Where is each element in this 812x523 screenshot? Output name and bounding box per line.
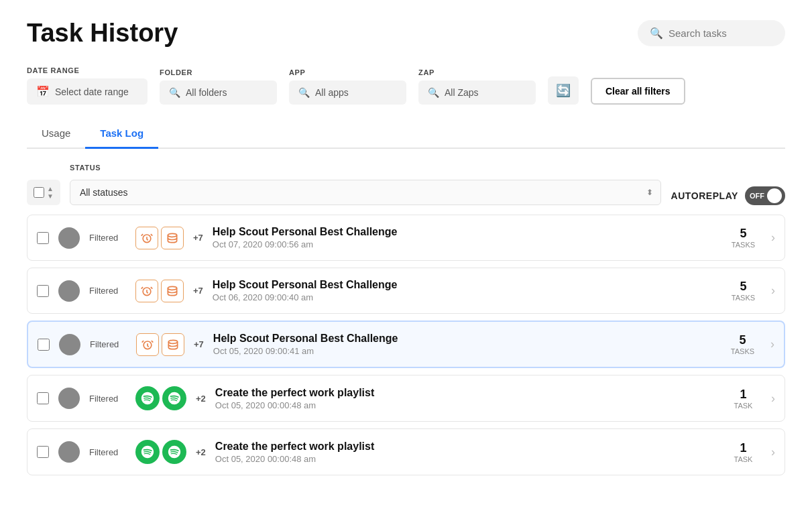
task-name: Create the perfect work playlist [215, 441, 715, 453]
task-count-number: 1 [725, 388, 762, 402]
status-tag: Filtered [89, 233, 126, 243]
clear-filters-button[interactable]: Clear all filters [591, 78, 685, 105]
tab-task-log[interactable]: Task Log [85, 121, 158, 149]
zap-label: ZAP [418, 68, 536, 76]
task-row[interactable]: Filtered+7Help Scout Personal Best Chall… [27, 268, 785, 314]
task-info: Create the perfect work playlistOct 05, … [215, 441, 715, 464]
zap-input[interactable]: 🔍 All Zaps [418, 80, 536, 105]
task-count: 5TASKS [725, 280, 762, 302]
task-date: Oct 07, 2020 09:00:56 am [213, 239, 715, 249]
status-select-wrap: All statuses ⬍ [70, 180, 662, 205]
refresh-icon: 🔄 [556, 83, 571, 98]
row-checkbox[interactable] [37, 446, 49, 458]
app-value: All apps [315, 87, 349, 98]
app-filter: APP 🔍 All apps [289, 68, 406, 105]
chevron-right-icon: › [771, 284, 775, 298]
app-icons [135, 280, 184, 302]
filter-icon [58, 280, 80, 302]
chevron-right-icon: › [770, 337, 774, 351]
filter-icon [58, 227, 80, 249]
filter-icon [58, 388, 80, 409]
spotify-icon [135, 386, 160, 410]
task-date: Oct 05, 2020 09:00:41 am [213, 346, 715, 356]
spotify-icon [135, 440, 160, 464]
sort-arrows: ▲ ▼ [47, 185, 54, 200]
alarm-icon [135, 280, 158, 302]
task-row[interactable]: Filtered+2Create the perfect work playli… [27, 428, 785, 475]
task-count-label: TASK [725, 402, 762, 410]
app-icons [135, 386, 186, 410]
calendar-icon: 📅 [36, 85, 50, 98]
database-icon [162, 333, 184, 356]
chevron-right-icon: › [771, 392, 775, 406]
row-checkbox[interactable] [37, 232, 49, 244]
toggle-knob [767, 188, 782, 203]
task-count-label: TASKS [725, 294, 762, 302]
task-count: 1TASK [725, 441, 762, 463]
task-date: Oct 06, 2020 09:00:40 am [213, 292, 715, 302]
task-count: 5TASKS [725, 227, 762, 249]
autoreplay-wrap: AUTOREPLAY OFF [671, 186, 785, 205]
task-info: Help Scout Personal Best ChallengeOct 06… [213, 279, 715, 302]
plus-badge: +2 [196, 447, 206, 457]
app-icons [136, 333, 184, 356]
select-all-check[interactable] [34, 187, 44, 198]
folder-value: All folders [186, 87, 227, 98]
task-count: 5TASKS [724, 333, 761, 355]
row-checkbox[interactable] [37, 285, 49, 297]
task-row[interactable]: Filtered+2Create the perfect work playli… [27, 375, 785, 422]
task-row[interactable]: Filtered+7Help Scout Personal Best Chall… [27, 215, 785, 261]
status-tag: Filtered [89, 447, 126, 457]
autoreplay-toggle[interactable]: OFF [745, 186, 785, 205]
search-input[interactable] [669, 27, 773, 39]
task-count-number: 1 [725, 441, 762, 455]
zap-search-icon: 🔍 [428, 87, 439, 98]
status-tag: Filtered [90, 339, 127, 349]
select-all-checkbox[interactable]: ▲ ▼ [27, 180, 60, 205]
task-date: Oct 05, 2020 00:00:48 am [215, 454, 715, 464]
alarm-icon [136, 333, 159, 356]
chevron-right-icon: › [771, 231, 775, 245]
folder-input[interactable]: 🔍 All folders [160, 80, 277, 105]
row-checkbox[interactable] [38, 339, 50, 351]
task-count-label: TASKS [725, 241, 762, 249]
task-name: Help Scout Personal Best Challenge [213, 279, 715, 291]
task-list: Filtered+7Help Scout Personal Best Chall… [27, 215, 785, 482]
spotify-icon [162, 386, 186, 410]
filter-icon [59, 334, 80, 355]
app-icons [135, 440, 186, 464]
task-row[interactable]: Filtered+7Help Scout Personal Best Chall… [27, 321, 785, 368]
database-icon [161, 227, 184, 249]
date-range-value: Select date range [55, 86, 129, 97]
task-count-label: TASKS [724, 347, 761, 355]
date-range-filter: DATE RANGE 📅 Select date range [27, 66, 148, 105]
spotify-icon [162, 440, 186, 464]
task-info: Help Scout Personal Best ChallengeOct 05… [213, 333, 715, 356]
refresh-button[interactable]: 🔄 [548, 76, 579, 105]
folder-label: FOLDER [160, 68, 277, 76]
app-label: APP [289, 68, 406, 76]
search-icon: 🔍 [650, 27, 663, 40]
task-date: Oct 05, 2020 00:00:48 am [215, 400, 715, 410]
zap-value: All Zaps [445, 87, 479, 98]
tab-usage[interactable]: Usage [27, 121, 85, 149]
task-info: Create the perfect work playlistOct 05, … [215, 387, 715, 410]
status-tag: Filtered [89, 286, 126, 296]
date-range-input[interactable]: 📅 Select date range [27, 78, 148, 105]
filter-icon [58, 441, 80, 463]
app-input[interactable]: 🔍 All apps [289, 80, 406, 105]
task-count-label: TASK [725, 455, 762, 463]
svg-point-5 [168, 340, 177, 343]
status-select[interactable]: All statuses [70, 180, 662, 205]
row-checkbox[interactable] [37, 392, 49, 404]
svg-point-1 [168, 233, 176, 237]
database-icon [161, 280, 184, 302]
folder-filter: FOLDER 🔍 All folders [160, 68, 277, 105]
plus-badge: +7 [193, 233, 203, 243]
alarm-icon [135, 227, 158, 249]
tabs: Usage Task Log [27, 121, 785, 149]
page-title: Task History [27, 19, 178, 48]
search-box[interactable]: 🔍 [638, 20, 785, 46]
plus-badge: +7 [193, 286, 203, 296]
status-label: STATUS [70, 164, 662, 172]
